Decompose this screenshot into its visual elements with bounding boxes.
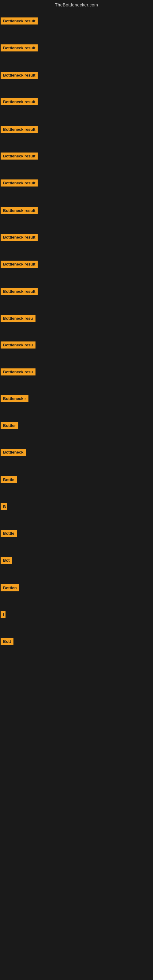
bottleneck-badge-1[interactable]: Bottleneck result [1,18,38,24]
bottleneck-item-15[interactable]: Bottleneck r [1,395,29,403]
bottleneck-badge-12[interactable]: Bottleneck resu [1,315,35,322]
bottleneck-badge-15[interactable]: Bottleneck r [1,395,29,402]
bottleneck-badge-16[interactable]: Bottler [1,422,18,429]
bottleneck-badge-21[interactable]: Bot [1,557,12,564]
bottleneck-badge-23[interactable]: I [1,611,5,618]
bottleneck-badge-22[interactable]: Bottlen [1,584,19,591]
bottleneck-badge-9[interactable]: Bottleneck result [1,234,38,241]
bottleneck-badge-24[interactable]: Bott [1,638,13,645]
bottleneck-badge-5[interactable]: Bottleneck result [1,126,38,133]
bottleneck-item-16[interactable]: Bottler [1,422,18,430]
bottleneck-item-18[interactable]: Bottle [1,476,17,485]
bottleneck-item-10[interactable]: Bottleneck result [1,261,38,269]
bottleneck-item-2[interactable]: Bottleneck result [1,45,38,52]
items-container [0,9,153,10]
bottleneck-item-17[interactable]: Bottleneck [1,449,26,457]
bottleneck-item-22[interactable]: Bottlen [1,584,19,593]
bottleneck-item-12[interactable]: Bottleneck resu [1,315,35,323]
bottleneck-badge-13[interactable]: Bottleneck resu [1,342,35,348]
bottleneck-item-23[interactable]: I [1,611,5,619]
bottleneck-item-5[interactable]: Bottleneck result [1,126,38,134]
bottleneck-badge-3[interactable]: Bottleneck result [1,72,38,79]
site-title: TheBottlenecker.com [0,0,153,9]
bottleneck-badge-20[interactable]: Bottle [1,530,17,537]
bottleneck-badge-7[interactable]: Bottleneck result [1,180,38,186]
bottleneck-badge-4[interactable]: Bottleneck result [1,98,38,105]
bottleneck-badge-10[interactable]: Bottleneck result [1,261,38,268]
bottleneck-badge-2[interactable]: Bottleneck result [1,45,38,51]
bottleneck-item-8[interactable]: Bottleneck result [1,207,38,215]
bottleneck-item-3[interactable]: Bottleneck result [1,72,38,80]
bottleneck-item-6[interactable]: Bottleneck result [1,153,38,161]
bottleneck-badge-18[interactable]: Bottle [1,476,17,483]
bottleneck-badge-19[interactable]: B [1,503,7,510]
bottleneck-item-20[interactable]: Bottle [1,530,17,538]
bottleneck-badge-8[interactable]: Bottleneck result [1,207,38,214]
bottleneck-item-19[interactable]: B [1,503,7,511]
bottleneck-item-24[interactable]: Bott [1,638,13,646]
bottleneck-item-4[interactable]: Bottleneck result [1,98,38,107]
bottleneck-badge-6[interactable]: Bottleneck result [1,153,38,159]
bottleneck-item-21[interactable]: Bot [1,557,12,565]
bottleneck-badge-14[interactable]: Bottleneck resu [1,368,35,375]
bottleneck-item-1[interactable]: Bottleneck result [1,18,38,26]
bottleneck-item-11[interactable]: Bottleneck result [1,288,38,296]
bottleneck-item-9[interactable]: Bottleneck result [1,234,38,242]
bottleneck-item-7[interactable]: Bottleneck result [1,180,38,188]
bottleneck-badge-11[interactable]: Bottleneck result [1,288,38,295]
bottleneck-item-14[interactable]: Bottleneck resu [1,368,35,377]
bottleneck-item-13[interactable]: Bottleneck resu [1,342,35,350]
bottleneck-badge-17[interactable]: Bottleneck [1,449,26,456]
